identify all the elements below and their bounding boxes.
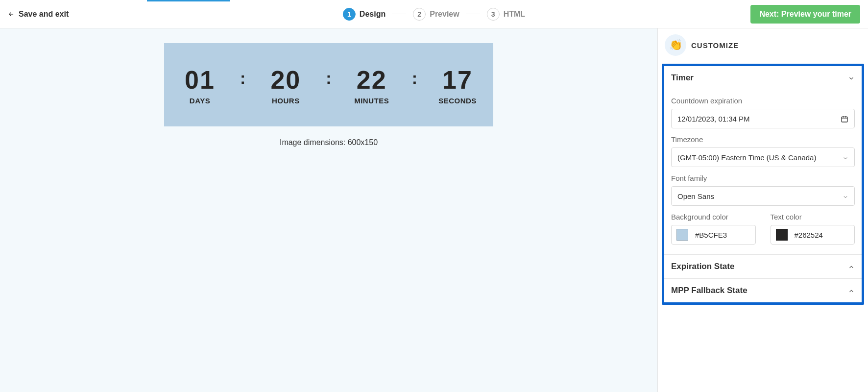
wizard-steps: 1 Design 2 Preview 3 HTML [343,8,525,21]
text-color-label: Text color [771,213,855,221]
font-family-select[interactable]: Open Sans [671,186,855,206]
section-title: Timer [671,73,694,83]
chevron-down-icon [848,74,855,82]
step-label: Preview [430,10,459,19]
timer-unit-hours: 20 HOURS [251,65,320,105]
customize-panel: 👏 CUSTOMIZE Timer Countdown expiration 1… [657,28,868,392]
panel-header: 👏 CUSTOMIZE [658,28,868,62]
timer-label: MINUTES [338,97,406,105]
image-dimensions-text: Image dimensions: 600x150 [280,138,378,147]
countdown-expiration-label: Countdown expiration [671,97,855,105]
section-title: MPP Fallback State [671,286,747,295]
progress-indicator [147,0,230,1]
background-color-value: #B5CFE3 [695,231,727,239]
panel-title: CUSTOMIZE [691,41,739,49]
color-swatch [776,229,788,241]
timer-preview: 01 DAYS : 20 HOURS : 22 MINUTES : 17 SEC… [164,43,493,126]
timezone-select[interactable]: (GMT-05:00) Eastern Time (US & Canada) [671,147,855,167]
calendar-icon [841,114,848,123]
section-mpp-header[interactable]: MPP Fallback State [664,279,862,302]
font-family-label: Font family [671,174,855,182]
timer-unit-minutes: 22 MINUTES [338,65,406,105]
customize-icon: 👏 [665,34,686,56]
timer-unit-days: 01 DAYS [166,65,234,105]
colon-separator: : [240,69,245,88]
step-design[interactable]: 1 Design [343,8,386,21]
text-color-input[interactable]: #262524 [771,225,855,245]
countdown-expiration-value: 12/01/2023, 01:34 PM [677,115,750,123]
step-label: Design [360,10,386,19]
section-expiration-header[interactable]: Expiration State [664,255,862,278]
step-number: 2 [413,8,426,21]
colon-separator: : [412,69,417,88]
timer-label: DAYS [166,97,234,105]
step-number: 1 [343,8,356,21]
timer-value: 01 [166,65,234,95]
step-label: HTML [504,10,525,19]
timer-value: 17 [423,65,492,95]
background-color-label: Background color [671,213,756,221]
section-title: Expiration State [671,262,734,271]
font-family-value: Open Sans [677,192,714,200]
color-swatch [676,229,688,241]
svg-rect-0 [842,117,847,122]
timer-unit-seconds: 17 SECONDS [423,65,492,105]
timer-value: 20 [251,65,320,95]
chevron-down-icon [843,153,848,162]
step-connector [466,14,480,14]
section-timer-body: Countdown expiration 12/01/2023, 01:34 P… [664,97,862,254]
text-color-value: #262524 [795,231,823,239]
step-connector [392,14,406,14]
chevron-down-icon [843,192,848,200]
timer-value: 22 [338,65,406,95]
timezone-label: Timezone [671,135,855,144]
chevron-up-icon [848,262,855,271]
background-color-input[interactable]: #B5CFE3 [671,225,756,245]
timer-label: HOURS [251,97,320,105]
chevron-up-icon [848,286,855,295]
section-timer: Timer Countdown expiration 12/01/2023, 0… [664,66,862,255]
timezone-value: (GMT-05:00) Eastern Time (US & Canada) [677,153,816,162]
save-and-exit-button[interactable]: Save and exit [8,10,69,19]
countdown-expiration-input[interactable]: 12/01/2023, 01:34 PM [671,109,855,128]
save-and-exit-label: Save and exit [19,10,69,19]
design-canvas: 01 DAYS : 20 HOURS : 22 MINUTES : 17 SEC… [0,28,657,392]
step-preview[interactable]: 2 Preview [413,8,459,21]
step-html[interactable]: 3 HTML [487,8,525,21]
section-timer-header[interactable]: Timer [664,66,862,90]
highlighted-settings-frame: Timer Countdown expiration 12/01/2023, 0… [662,64,864,305]
section-expiration-state: Expiration State [664,255,862,279]
section-mpp-fallback-state: MPP Fallback State [664,279,862,302]
colon-separator: : [326,69,331,88]
next-preview-timer-button[interactable]: Next: Preview your timer [750,5,860,24]
step-number: 3 [487,8,500,21]
arrow-left-icon [8,11,15,18]
timer-label: SECONDS [423,97,492,105]
